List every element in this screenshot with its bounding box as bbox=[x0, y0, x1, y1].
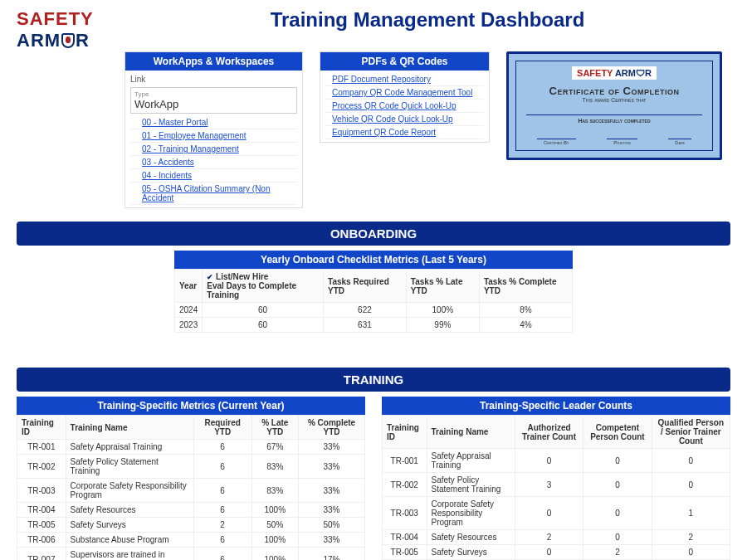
training-specific-table: Training ID Training Name Required YTD %… bbox=[17, 415, 365, 560]
col-year: Year bbox=[175, 270, 203, 303]
table-row: TR-003Corporate Safety Responsibility Pr… bbox=[17, 479, 365, 503]
onboard-subheader: Yearly Onboard Checklist Metrics (Last 5… bbox=[174, 251, 573, 269]
logo-line2: ARMR bbox=[17, 30, 108, 51]
table-row: TR-007Supervisors are trained in workpla… bbox=[17, 548, 365, 561]
table-row: TR-005Safety Surveys020 bbox=[383, 545, 730, 560]
workapps-header: WorkApps & Workspaces bbox=[125, 52, 302, 71]
workapp-type: Type WorkApp bbox=[130, 87, 297, 114]
shield-icon bbox=[61, 33, 75, 48]
pdfqr-link[interactable]: Company QR Code Management Tool bbox=[325, 86, 484, 100]
col-tasks-late: Tasks % Late YTD bbox=[406, 270, 479, 303]
workapp-link[interactable]: 00 - Master Portal bbox=[130, 116, 297, 129]
workapps-panel: WorkApps & Workspaces Link Type WorkApp … bbox=[124, 51, 303, 208]
pdfqr-link[interactable]: PDF Document Repository bbox=[325, 73, 484, 86]
workapp-link[interactable]: 05 - OSHA Citation Summary (Non Accident bbox=[130, 183, 297, 205]
pdfqr-link[interactable]: Equipment QR Code Report bbox=[325, 126, 484, 139]
workapp-link[interactable]: 01 - Employee Management bbox=[130, 129, 297, 143]
table-row: TR-003Corporate Safety Responsibility Pr… bbox=[383, 497, 730, 530]
workapp-link[interactable]: 03 - Accidents bbox=[130, 156, 297, 169]
leader-counts-table: Training ID Training Name Authorized Tra… bbox=[382, 415, 730, 560]
table-row: 2024 60 622 100% 8% bbox=[175, 303, 573, 318]
pdfqr-link[interactable]: Vehicle QR Code Quick Look-Up bbox=[325, 113, 484, 126]
table-row: TR-004Safety Resources202 bbox=[383, 530, 730, 545]
workapp-link[interactable]: 04 - Incidents bbox=[130, 169, 297, 183]
logo: SAFETY ARMR bbox=[17, 8, 108, 51]
link-column-label: Link bbox=[130, 73, 297, 87]
workapp-link[interactable]: 02 - Training Management bbox=[130, 143, 297, 156]
certificate-sub: This award Certifies that bbox=[521, 97, 707, 103]
onboarding-section: ONBOARDING bbox=[17, 222, 730, 246]
leader-counts-header: Training-Specific Leader Counts bbox=[382, 397, 730, 415]
pdfqr-panel: PDFs & QR Codes PDF Document Repository … bbox=[320, 51, 490, 143]
table-row: TR-001Safety Appraisal Training667%33% bbox=[17, 440, 365, 455]
training-specific-header: Training-Specific Metrics (Current Year) bbox=[17, 397, 365, 415]
table-row: TR-006Substance Abuse Program6100%33% bbox=[17, 533, 365, 548]
table-row: TR-004Safety Resources6100%33% bbox=[17, 503, 365, 518]
col-evaldays: ✔ List/New HireEval Days to Complete Tra… bbox=[203, 270, 324, 303]
certificate-completed: Has successfully completed bbox=[526, 114, 702, 124]
certificate: SAFETY ARM🛡R Certificate of Completion T… bbox=[506, 51, 722, 160]
table-row: TR-002Safety Policy Statement Training30… bbox=[383, 473, 730, 497]
certificate-title: Certificate of Completion bbox=[521, 85, 707, 97]
table-row: TR-005Safety Surveys250%50% bbox=[17, 518, 365, 533]
certificate-brand: SAFETY ARM🛡R bbox=[572, 66, 657, 80]
pdfqr-link[interactable]: Process QR Code Quick Look-Up bbox=[325, 100, 484, 113]
workapps-links: 00 - Master Portal 01 - Employee Managem… bbox=[130, 116, 297, 205]
table-row: TR-001Safety Appraisal Training000 bbox=[383, 449, 730, 473]
logo-line1: SAFETY bbox=[17, 8, 108, 30]
col-tasks-req: Tasks Required YTD bbox=[324, 270, 407, 303]
col-tasks-comp: Tasks % Complete YTD bbox=[479, 270, 572, 303]
certificate-signatures: Certified By Position Date bbox=[521, 139, 707, 145]
check-icon: ✔ bbox=[207, 273, 213, 281]
pdfqr-header: PDFs & QR Codes bbox=[320, 52, 489, 71]
table-row: 2023 60 631 99% 4% bbox=[175, 318, 573, 333]
page-title: Training Management Dashboard bbox=[124, 8, 730, 32]
pdfqr-links: PDF Document Repository Company QR Code … bbox=[325, 73, 484, 139]
training-section: TRAINING bbox=[17, 368, 730, 392]
table-row: TR-002Safety Policy Statement Training68… bbox=[17, 455, 365, 479]
onboard-table: Year ✔ List/New HireEval Days to Complet… bbox=[174, 269, 573, 333]
